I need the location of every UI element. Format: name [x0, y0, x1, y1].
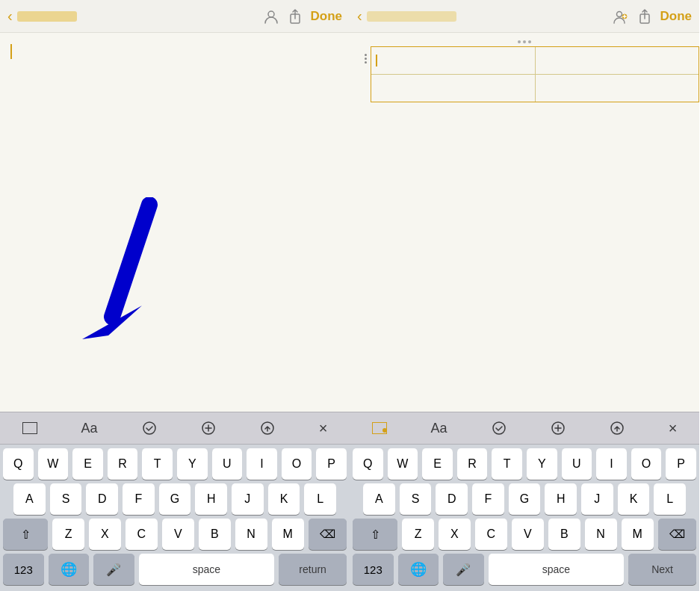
left-back-button[interactable]: ‹ — [7, 7, 13, 25]
left-add-button[interactable] — [195, 418, 222, 439]
right-key-z[interactable]: Z — [402, 519, 434, 550]
key-a[interactable]: A — [13, 483, 46, 515]
key-z[interactable]: Z — [52, 519, 84, 550]
right-mic-key[interactable]: 🎤 — [443, 554, 484, 585]
key-o[interactable]: O — [282, 448, 312, 480]
right-checklist-button[interactable] — [486, 418, 512, 439]
left-table-icon — [22, 422, 37, 434]
left-shift-key[interactable]: ⇧ — [3, 519, 48, 550]
left-send-button[interactable] — [254, 418, 281, 439]
right-key-p[interactable]: P — [666, 448, 696, 480]
key-h[interactable]: H — [195, 483, 227, 515]
left-mic-key[interactable]: 🎤 — [93, 554, 134, 585]
right-key-v[interactable]: V — [512, 519, 544, 550]
right-key-t[interactable]: T — [492, 448, 522, 480]
table-cell-2-2[interactable] — [536, 75, 699, 102]
key-s[interactable]: S — [50, 483, 82, 515]
right-add-button[interactable] — [545, 418, 572, 439]
right-key-k[interactable]: K — [618, 483, 650, 515]
key-x[interactable]: X — [89, 519, 121, 550]
left-space-key[interactable]: space — [139, 554, 275, 585]
key-f[interactable]: F — [123, 483, 155, 515]
right-key-o[interactable]: O — [631, 448, 662, 480]
key-y[interactable]: Y — [177, 448, 208, 480]
left-return-key[interactable]: return — [279, 554, 347, 585]
right-key-s[interactable]: S — [400, 483, 432, 515]
right-share-icon[interactable] — [636, 8, 653, 25]
key-p[interactable]: P — [316, 448, 347, 480]
right-key-d[interactable]: D — [436, 483, 468, 515]
handle-dots — [518, 40, 531, 43]
key-b[interactable]: B — [199, 519, 231, 550]
left-done-button[interactable]: Done — [311, 9, 343, 24]
right-text-format-button[interactable]: Aa — [425, 418, 453, 439]
right-key-x[interactable]: X — [439, 519, 471, 550]
right-key-a[interactable]: A — [363, 483, 395, 515]
key-j[interactable]: J — [232, 483, 264, 515]
right-content-area — [350, 33, 699, 412]
left-num-key[interactable]: 123 — [3, 554, 44, 585]
right-key-j[interactable]: J — [581, 483, 613, 515]
right-key-w[interactable]: W — [388, 448, 418, 480]
key-c[interactable]: C — [126, 519, 158, 550]
right-key-i[interactable]: I — [596, 448, 627, 480]
key-k[interactable]: K — [268, 483, 300, 515]
right-delete-key[interactable]: ⌫ — [658, 519, 697, 550]
right-key-n[interactable]: N — [585, 519, 617, 550]
left-checklist-button[interactable] — [136, 418, 163, 439]
left-close-button[interactable]: × — [313, 417, 334, 440]
key-e[interactable]: E — [72, 448, 103, 480]
row-handle[interactable] — [360, 46, 371, 102]
key-m[interactable]: M — [272, 519, 304, 550]
right-next-key[interactable]: Next — [628, 554, 696, 585]
right-key-u[interactable]: U — [562, 448, 592, 480]
right-key-q[interactable]: Q — [353, 448, 383, 480]
right-num-key[interactable]: 123 — [353, 554, 394, 585]
key-i[interactable]: I — [247, 448, 277, 480]
right-globe-key[interactable]: 🌐 — [398, 554, 439, 585]
right-key-c[interactable]: C — [475, 519, 507, 550]
right-shift-key[interactable]: ⇧ — [353, 519, 397, 550]
key-t[interactable]: T — [142, 448, 173, 480]
right-key-f[interactable]: F — [472, 483, 504, 515]
right-space-key[interactable]: space — [489, 554, 625, 585]
table-cell-1-1[interactable] — [371, 47, 536, 74]
key-r[interactable]: R — [108, 448, 138, 480]
right-key-b[interactable]: B — [548, 519, 580, 550]
key-v[interactable]: V — [162, 519, 194, 550]
right-key-l[interactable]: L — [654, 483, 686, 515]
table-cell-2-1[interactable] — [371, 75, 536, 102]
key-g[interactable]: G — [159, 483, 191, 515]
left-delete-key[interactable]: ⌫ — [309, 519, 347, 550]
left-globe-key[interactable]: 🌐 — [49, 554, 90, 585]
table-active-dot — [382, 428, 387, 433]
right-key-y[interactable]: Y — [527, 448, 557, 480]
key-w[interactable]: W — [38, 448, 69, 480]
table-cell-1-2[interactable] — [536, 47, 699, 74]
right-key-m[interactable]: M — [622, 519, 654, 550]
left-table-button[interactable] — [16, 419, 43, 437]
right-table-button[interactable] — [366, 419, 393, 437]
key-n[interactable]: N — [235, 519, 267, 550]
svg-point-0 — [268, 11, 274, 17]
table-row-2 — [371, 75, 699, 102]
right-key-r[interactable]: R — [457, 448, 488, 480]
right-back-button[interactable]: ‹ — [357, 7, 362, 25]
right-done-button[interactable]: Done — [660, 9, 693, 24]
right-people-icon[interactable] — [613, 8, 629, 25]
left-people-icon[interactable] — [263, 8, 279, 25]
right-key-e[interactable]: E — [422, 448, 453, 480]
key-u[interactable]: U — [212, 448, 243, 480]
key-q[interactable]: Q — [3, 448, 34, 480]
key-l[interactable]: L — [304, 483, 336, 515]
left-text-format-button[interactable]: Aa — [75, 418, 104, 439]
right-close-button[interactable]: × — [663, 417, 684, 440]
table-wrapper — [360, 46, 699, 102]
left-share-icon[interactable] — [287, 8, 303, 25]
table-top-handle[interactable] — [350, 40, 699, 43]
svg-point-4 — [143, 422, 155, 434]
right-send-button[interactable] — [604, 418, 631, 439]
right-key-g[interactable]: G — [509, 483, 541, 515]
key-d[interactable]: D — [86, 483, 118, 515]
right-key-h[interactable]: H — [545, 483, 577, 515]
